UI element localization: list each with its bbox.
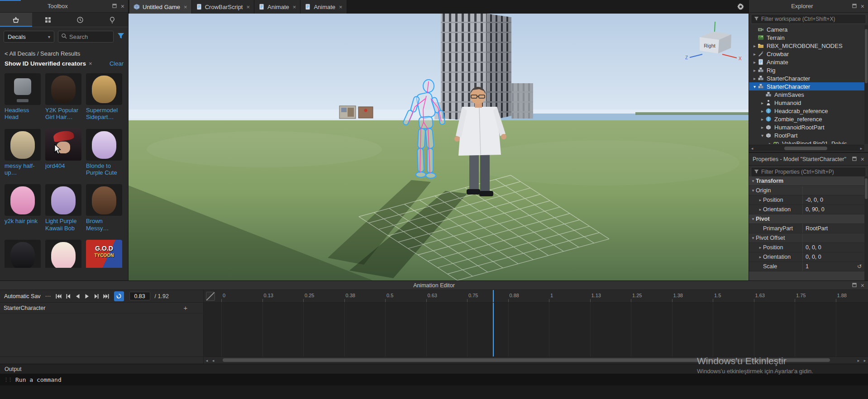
expand-arrow-icon[interactable]: ▸ — [759, 125, 765, 130]
property-value[interactable]: 1↺ — [802, 262, 864, 271]
property-value[interactable]: -0, 0, 0 — [802, 195, 864, 204]
expand-arrow-icon[interactable]: ▸ — [752, 52, 758, 57]
chip-close-icon[interactable]: × — [89, 60, 92, 67]
hair-lilacbob-thumbnail[interactable] — [45, 184, 81, 216]
expand-arrow-icon[interactable]: ▸ — [767, 141, 773, 144]
toolbox-item[interactable]: G.O.DTYCOON — [86, 240, 122, 268]
toolbox-item[interactable]: Light Purple Kawaii Bob — [45, 184, 81, 232]
god-tycoon-thumbnail[interactable]: G.O.DTYCOON — [86, 240, 122, 268]
explorer-item-headcrab-reference[interactable]: ▸Headcrab_reference — [749, 107, 864, 115]
toolbox-item-label[interactable]: Supermodel Sidepart… — [86, 107, 122, 121]
skip-end-button[interactable] — [102, 292, 110, 301]
toolbox-item-label[interactable]: Y2K Popular Girl Hair… — [45, 107, 81, 121]
explorer-horizontal-scrollbar[interactable]: ◂ ▸ — [749, 145, 864, 151]
tab-animate[interactable]: Animate× — [254, 0, 300, 14]
step-forward-button[interactable] — [92, 292, 101, 301]
current-time-field[interactable]: 0.83 — [129, 292, 150, 300]
expand-arrow-icon[interactable]: ▸ — [752, 60, 758, 65]
property-row-orientation[interactable]: ▸Orientation0, 90, 0 — [749, 205, 864, 214]
play-button[interactable] — [83, 292, 91, 301]
toolbox-item-label[interactable]: Blonde to Purple Cute — [86, 162, 122, 176]
tab-untitled-game[interactable]: Untitled Game× — [129, 0, 192, 14]
explorer-item-animate[interactable]: ▸Animate — [749, 58, 864, 66]
toolbox-item[interactable]: Supermodel Sidepart… — [86, 73, 122, 121]
toolbox-item-label[interactable]: messy half-up… — [5, 162, 41, 176]
basket-tab[interactable] — [0, 13, 32, 27]
explorer-item-humanoid[interactable]: ▸Humanoid — [749, 99, 864, 107]
timeline-ruler[interactable]: 00.130.250.380.50.630.750.8811.131.251.3… — [204, 290, 868, 303]
track-row[interactable]: StarterCharacter + — [0, 303, 203, 314]
prop-arrow-icon[interactable]: ▸ — [758, 207, 763, 212]
tab-animate[interactable]: Animate× — [300, 0, 347, 14]
add-track-button[interactable]: + — [181, 304, 190, 312]
scroll-left-icon[interactable]: ◂ — [749, 146, 755, 151]
grid-tab[interactable] — [32, 13, 64, 27]
property-row-position[interactable]: ▸Position0, 0, 0 — [749, 243, 864, 252]
expand-arrow-icon[interactable]: ▸ — [752, 68, 758, 73]
playhead-marker[interactable] — [493, 290, 494, 302]
tab-crowbarscript[interactable]: CrowBarScript× — [192, 0, 254, 14]
output-bar[interactable]: Output — [0, 364, 868, 374]
toolbox-item[interactable] — [5, 240, 41, 268]
explorer-item-animsaves[interactable]: AnimSaves — [749, 90, 864, 99]
group-arrow-icon[interactable]: ▾ — [750, 236, 756, 240]
scroll-left-icon[interactable]: ◂ — [204, 358, 210, 363]
headless-thumbnail[interactable] — [5, 73, 41, 105]
scroll-right-icon[interactable]: ▸ — [858, 146, 864, 151]
explorer-filter-input[interactable] — [761, 16, 863, 22]
section-arrow-icon[interactable]: ▾ — [750, 217, 756, 221]
close-icon[interactable]: × — [861, 3, 864, 10]
toolbox-item-label[interactable]: Headless Head — [5, 107, 41, 121]
toolbox-item-label[interactable]: Light Purple Kawaii Bob — [45, 218, 81, 232]
dock-pin-icon[interactable] — [852, 2, 857, 10]
toolbox-item-label[interactable]: Brown Messy… — [86, 218, 122, 232]
clear-filters-link[interactable]: Clear — [110, 60, 124, 67]
toolbox-item-label[interactable]: jord404 — [45, 162, 81, 169]
explorer-item-camera[interactable]: Camera — [749, 25, 864, 33]
section-arrow-icon[interactable]: ▾ — [750, 179, 756, 183]
explorer-item-humanoidrootpart[interactable]: ▸HumanoidRootPart — [749, 123, 864, 131]
toolbox-item[interactable] — [45, 240, 81, 268]
timeline-horizontal-scrollbar[interactable]: ◂ ◂ ▸ ▸ — [204, 356, 868, 364]
step-back-button[interactable] — [64, 292, 72, 301]
explorer-item-terrain[interactable]: Terrain — [749, 33, 864, 42]
properties-filter-input[interactable] — [761, 169, 863, 175]
explorer-item-rootpart[interactable]: ▾RootPart — [749, 131, 864, 139]
property-row-position[interactable]: ▸Position-0, 0, 0 — [749, 195, 864, 205]
explorer-item-rig[interactable]: ▸Rig — [749, 66, 864, 74]
dock-pin-icon[interactable] — [112, 2, 117, 10]
property-row-orientation[interactable]: ▸Orientation0, 0, 0 — [749, 252, 864, 262]
tab-close-icon[interactable]: × — [246, 4, 250, 10]
dock-pin-icon[interactable] — [852, 155, 857, 163]
hair-gradient-thumbnail[interactable] — [45, 240, 81, 268]
loop-toggle-button[interactable] — [114, 291, 124, 301]
hair-brown-thumbnail[interactable] — [86, 184, 122, 216]
hair-pink-thumbnail[interactable] — [5, 184, 41, 216]
avatar-santa-thumbnail[interactable] — [45, 129, 81, 161]
explorer-item-valvebiped-bip01-pelvis[interactable]: ▸ValveBiped.Bip01_Pelvis — [749, 139, 864, 144]
close-icon[interactable]: × — [861, 282, 864, 289]
property-value[interactable]: RootPart — [802, 224, 864, 233]
explorer-item-startercharacter[interactable]: ▸StarterCharacter — [749, 74, 864, 82]
hair-paleblonde-thumbnail[interactable] — [5, 129, 41, 161]
prop-arrow-icon[interactable]: ▸ — [758, 198, 763, 202]
expand-arrow-icon[interactable]: ▾ — [752, 84, 758, 89]
category-dropdown[interactable]: Decals ▾ — [4, 31, 54, 43]
property-value[interactable]: 0, 90, 0 — [802, 205, 864, 214]
explorer-filter-box[interactable] — [751, 14, 866, 24]
autosave-dropdown[interactable]: Automatic Sav — [3, 293, 42, 299]
play-reverse-button[interactable] — [73, 292, 82, 301]
property-row-pivot-offset[interactable]: ▾Pivot Offset — [749, 233, 864, 243]
properties-vertical-scrollbar[interactable] — [864, 176, 868, 280]
property-row-origin[interactable]: ▾Origin — [749, 186, 864, 195]
expand-arrow-icon[interactable]: ▸ — [759, 109, 765, 114]
toolbox-item[interactable]: y2k hair pink — [5, 184, 41, 232]
breadcrumb[interactable]: < All Decals / Search Results — [0, 46, 128, 58]
toolbox-item-label[interactable]: y2k hair pink — [5, 218, 41, 224]
dock-pin-icon[interactable] — [852, 281, 857, 290]
property-row-transform[interactable]: ▾Transform — [749, 176, 864, 186]
toolbox-item[interactable]: jord404 — [45, 129, 81, 176]
settings-gear-icon[interactable] — [737, 3, 744, 12]
3d-viewport[interactable]: Right Z X — [129, 14, 749, 280]
expand-arrow-icon[interactable]: ▾ — [759, 133, 765, 138]
